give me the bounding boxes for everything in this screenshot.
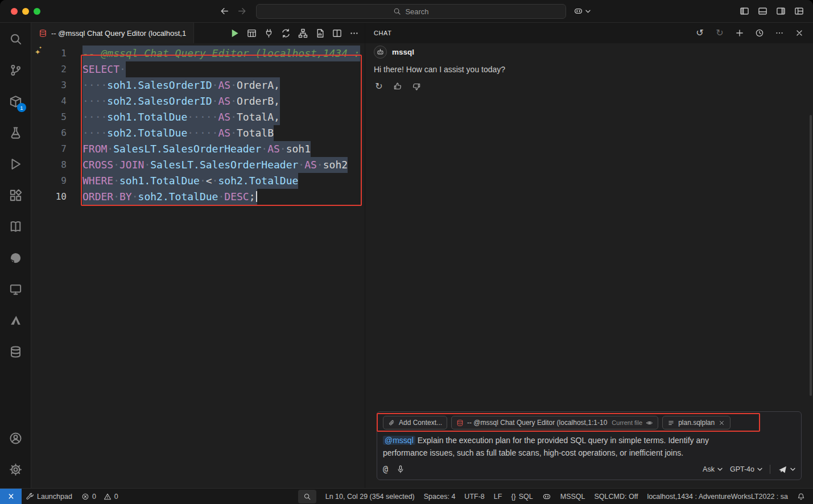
code-line[interactable]: 3····soh1.SalesOrderID·AS·OrderA, bbox=[31, 77, 365, 93]
results-grid-icon[interactable] bbox=[246, 27, 258, 39]
copilot-menu-button[interactable] bbox=[573, 6, 591, 16]
code-line[interactable]: 7FROM·SalesLT.SalesOrderHeader·AS·soh1 bbox=[31, 141, 365, 157]
remote-indicator[interactable] bbox=[0, 489, 22, 504]
language-status[interactable]: {} SQL bbox=[506, 489, 537, 504]
code-line[interactable]: 10ORDER·BY·soh2.TotalDue·DESC; bbox=[31, 189, 365, 205]
notifications-bell[interactable] bbox=[793, 489, 810, 504]
remove-chip-icon[interactable] bbox=[718, 419, 725, 427]
activity-search-icon[interactable] bbox=[2, 25, 29, 52]
code-line[interactable]: 9WHERE·soh1.TotalDue·<·soh2.TotalDue bbox=[31, 173, 365, 189]
run-query-icon[interactable] bbox=[229, 27, 241, 39]
chat-panel: CHAT ↺ ↻ mssql bbox=[365, 23, 813, 488]
copilot-sparkle-icon[interactable]: ✦✦ bbox=[35, 45, 42, 56]
activity-source-control-icon[interactable] bbox=[2, 56, 29, 84]
thumbs-down-icon[interactable] bbox=[411, 81, 422, 92]
chat-tab-bar: CHAT ↺ ↻ bbox=[365, 23, 813, 43]
mention-button[interactable]: @ bbox=[383, 464, 388, 474]
context-chip-current-file[interactable]: -- @mssql Chat Query Editor (localhost,1… bbox=[451, 416, 658, 429]
magnifier-icon bbox=[303, 493, 311, 501]
thumbs-up-icon[interactable] bbox=[393, 81, 403, 92]
regenerate-icon[interactable]: ↻ bbox=[374, 81, 384, 92]
back-icon[interactable] bbox=[220, 6, 229, 16]
sqlcmd-status[interactable]: SQLCMD: Off bbox=[590, 489, 643, 504]
disconnect-plug-icon[interactable] bbox=[263, 27, 275, 39]
encoding-status[interactable]: UTF-8 bbox=[460, 489, 489, 504]
account-icon[interactable] bbox=[2, 424, 29, 452]
connection-status[interactable]: localhost,1434 : AdventureWorksLT2022 : … bbox=[642, 489, 793, 504]
launchpad-status[interactable]: Launchpad bbox=[22, 489, 77, 504]
cursor-position-status[interactable]: Ln 10, Col 29 (354 selected) bbox=[321, 489, 419, 504]
chevron-down-icon bbox=[790, 468, 795, 471]
chat-input-text[interactable]: @mssql Explain the execution plan for th… bbox=[383, 434, 747, 459]
activity-bar: 1 bbox=[0, 23, 31, 488]
more-actions-icon[interactable] bbox=[348, 27, 360, 39]
close-icon[interactable] bbox=[794, 28, 804, 38]
send-button[interactable] bbox=[778, 465, 795, 474]
search-input[interactable]: Search bbox=[256, 4, 566, 19]
activity-run-debug-icon[interactable] bbox=[2, 150, 29, 177]
code-editor[interactable]: ✦✦ 1-- @mssql Chat Query Editor (localho… bbox=[31, 43, 365, 488]
code-line[interactable]: 8CROSS·JOIN·SalesLT.SalesOrderHeader·AS·… bbox=[31, 157, 365, 173]
add-context-button[interactable]: Add Context... bbox=[383, 416, 447, 429]
activity-remote-explorer-icon[interactable] bbox=[2, 275, 29, 303]
customize-layout-icon[interactable] bbox=[794, 6, 804, 16]
split-editor-icon[interactable] bbox=[331, 27, 343, 39]
code-text: SELECT· bbox=[82, 61, 126, 77]
change-connection-icon[interactable] bbox=[280, 27, 292, 39]
forward-icon[interactable] bbox=[237, 6, 247, 16]
more-actions-icon[interactable] bbox=[774, 28, 785, 38]
editor-tab[interactable]: -- @mssql Chat Query Editor (localhost,1 bbox=[31, 23, 194, 43]
toggle-secondary-sidebar-icon[interactable] bbox=[776, 6, 786, 16]
code-line[interactable]: 1-- @mssql Chat Query Editor (localhost,… bbox=[31, 46, 365, 61]
activity-database-projects-icon[interactable] bbox=[2, 338, 29, 365]
code-line[interactable]: 5····soh1.TotalDue·····AS·TotalA, bbox=[31, 109, 365, 125]
indentation-status[interactable]: Spaces: 4 bbox=[419, 489, 460, 504]
code-text: ····soh1.TotalDue·····AS·TotalA, bbox=[82, 109, 280, 125]
tab-chat[interactable]: CHAT bbox=[374, 30, 392, 36]
code-text: ····soh1.SalesOrderID·AS·OrderA, bbox=[82, 77, 280, 93]
window-controls bbox=[11, 8, 40, 15]
activity-package-icon[interactable]: 1 bbox=[2, 88, 29, 115]
code-line[interactable]: 6····soh2.TotalDue·····AS·TotalB bbox=[31, 125, 365, 141]
context-chip-plan-file[interactable]: plan.sqlplan bbox=[662, 416, 731, 429]
query-plan-file-icon[interactable] bbox=[314, 27, 326, 39]
chat-input-container: Add Context... -- @mssql Chat Query Edit… bbox=[377, 411, 802, 480]
history-icon[interactable] bbox=[754, 28, 765, 38]
mode-selector[interactable]: Ask bbox=[703, 465, 723, 473]
activity-book-icon[interactable] bbox=[2, 213, 29, 240]
model-selector[interactable]: GPT-4o bbox=[730, 465, 762, 473]
copilot-status[interactable] bbox=[538, 489, 556, 504]
plan-chip-label: plan.sqlplan bbox=[678, 419, 715, 427]
eol-status[interactable]: LF bbox=[489, 489, 507, 504]
mssql-status[interactable]: MSSQL bbox=[556, 489, 590, 504]
undo-icon[interactable]: ↺ bbox=[695, 28, 705, 38]
activity-azure-icon[interactable] bbox=[2, 307, 29, 334]
code-line[interactable]: 2SELECT· bbox=[31, 61, 365, 77]
estimated-plan-icon[interactable] bbox=[297, 27, 309, 39]
maximize-window-button[interactable] bbox=[34, 8, 40, 15]
activity-testing-icon[interactable] bbox=[2, 119, 29, 146]
activity-github-icon[interactable] bbox=[2, 244, 29, 271]
problems-status[interactable]: 0 0 bbox=[77, 489, 123, 504]
toggle-panel-icon[interactable] bbox=[758, 6, 767, 16]
mic-icon[interactable] bbox=[396, 465, 405, 474]
search-icon bbox=[393, 7, 401, 15]
line-number: 6 bbox=[31, 125, 67, 141]
new-chat-icon[interactable] bbox=[734, 28, 745, 38]
zoom-indicator[interactable] bbox=[298, 490, 316, 503]
mssql-avatar-icon bbox=[374, 46, 387, 59]
settings-gear-icon[interactable] bbox=[2, 456, 29, 483]
mention-chip[interactable]: @mssql bbox=[383, 436, 415, 445]
code-text: ORDER·BY·soh2.TotalDue·DESC; bbox=[82, 189, 257, 205]
chat-scrollbar[interactable] bbox=[810, 115, 812, 396]
eye-icon[interactable] bbox=[646, 419, 653, 427]
paperclip-icon bbox=[388, 419, 395, 427]
activity-extensions-icon[interactable] bbox=[2, 181, 29, 209]
line-number: 9 bbox=[31, 173, 67, 189]
code-line[interactable]: 4····soh2.SalesOrderID·AS·OrderB, bbox=[31, 93, 365, 109]
minimize-window-button[interactable] bbox=[22, 8, 29, 15]
close-window-button[interactable] bbox=[11, 8, 18, 15]
toggle-primary-sidebar-icon[interactable] bbox=[740, 6, 749, 16]
file-lines-icon bbox=[667, 419, 675, 427]
redo-icon[interactable]: ↻ bbox=[715, 28, 725, 38]
